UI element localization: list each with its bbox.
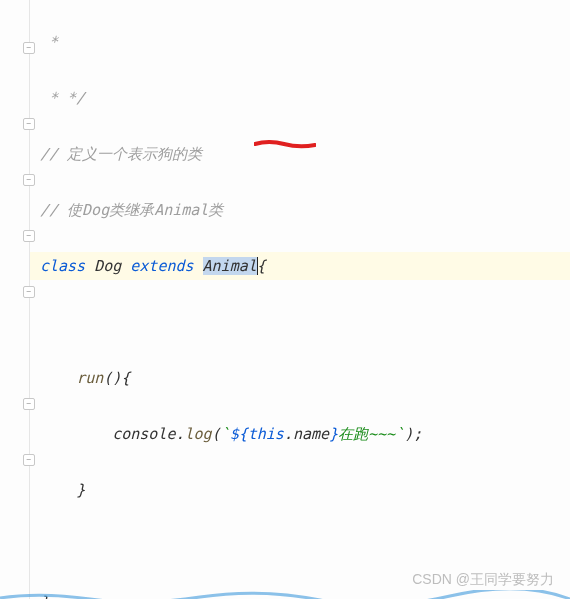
comment: // 定义一个表示狗的类 bbox=[40, 145, 202, 163]
blue-annotation bbox=[0, 585, 570, 599]
fold-marker[interactable]: − bbox=[23, 42, 35, 54]
fold-marker[interactable]: − bbox=[23, 286, 35, 298]
current-line: class Dog extends Animal{ bbox=[30, 252, 570, 280]
comment: // 使Dog类继承Animal类 bbox=[40, 201, 223, 219]
fold-marker[interactable]: − bbox=[23, 118, 35, 130]
identifier: console bbox=[112, 425, 175, 443]
comment: * */ bbox=[40, 89, 85, 107]
keyword-class: class bbox=[40, 257, 85, 275]
method-call: log bbox=[185, 425, 212, 443]
comment: * bbox=[40, 33, 58, 51]
method-name: run bbox=[76, 369, 103, 387]
red-annotation bbox=[254, 140, 314, 148]
keyword-this: this bbox=[248, 425, 284, 443]
code-editor[interactable]: * * */ // 定义一个表示狗的类 // 使Dog类继承Animal类 cl… bbox=[40, 0, 431, 599]
fold-marker[interactable]: − bbox=[23, 174, 35, 186]
selection: Animal bbox=[203, 257, 257, 275]
fold-marker[interactable]: − bbox=[23, 398, 35, 410]
gutter: − − − − − − − bbox=[0, 0, 30, 599]
fold-marker[interactable]: − bbox=[23, 230, 35, 242]
keyword-extends: extends bbox=[130, 257, 193, 275]
fold-marker[interactable]: − bbox=[23, 454, 35, 466]
class-name: Dog bbox=[85, 257, 130, 275]
